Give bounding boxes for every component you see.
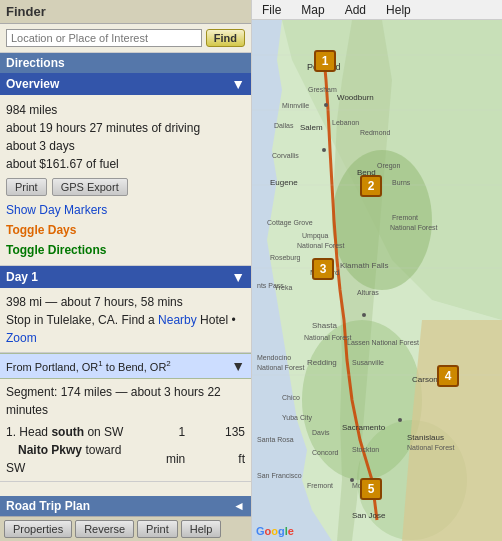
road-trip-bar[interactable]: Road Trip Plan ◄	[0, 496, 251, 516]
svg-text:Sacramento: Sacramento	[342, 423, 386, 432]
day1-content: 398 mi — about 7 hours, 58 mins Stop in …	[0, 288, 251, 353]
print-button[interactable]: Print	[6, 178, 47, 196]
svg-text:Redmond: Redmond	[360, 129, 390, 136]
svg-text:Dallas: Dallas	[274, 122, 294, 129]
toggle-days-row: Toggle Days	[6, 221, 245, 239]
svg-text:Minnville: Minnville	[282, 102, 309, 109]
svg-text:Corvallis: Corvallis	[272, 152, 299, 159]
overview-time: about 19 hours 27 minutes of driving	[6, 119, 245, 137]
finder-header: Finder	[0, 0, 251, 24]
svg-text:Cottage Grove: Cottage Grove	[267, 219, 313, 227]
svg-text:Roseburg: Roseburg	[270, 254, 300, 262]
day1-dropdown-arrow[interactable]: ▼	[231, 269, 245, 285]
reverse-button[interactable]: Reverse	[75, 520, 134, 538]
overview-content: 984 miles about 19 hours 27 minutes of d…	[0, 95, 251, 266]
zoom-link[interactable]: Zoom	[6, 331, 37, 345]
svg-text:Yuba City: Yuba City	[282, 414, 312, 422]
step-num: 1.	[6, 425, 19, 439]
toggle-directions-row: Toggle Directions	[6, 241, 245, 259]
svg-text:Eugene: Eugene	[270, 178, 298, 187]
svg-text:Salem: Salem	[300, 123, 323, 132]
search-bar: Find	[0, 24, 251, 53]
segment-distance: Segment: 174 miles — about 3 hours 22 mi…	[6, 383, 245, 419]
left-panel: Finder Find Directions Overview ▼ 984 mi…	[0, 0, 252, 541]
svg-text:Oregon: Oregon	[377, 162, 400, 170]
svg-text:Fremont: Fremont	[392, 214, 418, 221]
svg-text:Klamath Falls: Klamath Falls	[340, 261, 388, 270]
day1-distance: 398 mi — about 7 hours, 58 mins	[6, 293, 245, 311]
svg-text:Susanville: Susanville	[352, 359, 384, 366]
svg-text:nts Pass: nts Pass	[257, 282, 284, 289]
svg-text:Lebanon: Lebanon	[332, 119, 359, 126]
waypoint-2[interactable]: 2	[360, 175, 382, 197]
overview-days: about 3 days	[6, 137, 245, 155]
svg-text:Fremont: Fremont	[307, 482, 333, 489]
svg-point-9	[324, 103, 328, 107]
overview-fuel: about $161.67 of fuel	[6, 155, 245, 173]
overview-label: Overview	[6, 77, 59, 91]
search-input[interactable]	[6, 29, 202, 47]
naito-pkwy: Naito Pkwy	[6, 443, 82, 457]
nearby-link[interactable]: Nearby	[158, 313, 197, 327]
svg-text:Stockton: Stockton	[352, 446, 379, 453]
finder-title: Finder	[6, 4, 46, 19]
segment-col2: 135	[185, 423, 245, 441]
menu-map[interactable]: Map	[291, 1, 334, 19]
map-menubar: File Map Add Help	[252, 0, 502, 20]
right-panel: File Map Add Help	[252, 0, 502, 541]
waypoint-4[interactable]: 4	[437, 365, 459, 387]
day1-header[interactable]: Day 1 ▼	[0, 266, 251, 288]
gps-export-button[interactable]: GPS Export	[52, 178, 128, 196]
menu-file[interactable]: File	[252, 1, 291, 19]
svg-point-10	[322, 148, 326, 152]
svg-text:National Forest: National Forest	[390, 224, 438, 231]
svg-text:Redding: Redding	[307, 358, 337, 367]
svg-text:Concord: Concord	[312, 449, 339, 456]
svg-text:Shasta: Shasta	[312, 321, 337, 330]
toggle-directions-link[interactable]: Toggle Directions	[6, 243, 106, 257]
map-svg: Portland Gresham Minnville Woodburn Dall…	[252, 20, 502, 541]
content-area: 984 miles about 19 hours 27 minutes of d…	[0, 95, 251, 496]
bottom-toolbar: Properties Reverse Print Help	[0, 516, 251, 541]
from-to-header[interactable]: From Portland, OR1 to Bend, OR2 ▼	[0, 353, 251, 379]
segment-content: Segment: 174 miles — about 3 hours 22 mi…	[0, 379, 251, 482]
svg-text:Woodburn: Woodburn	[337, 93, 374, 102]
toggle-days-link[interactable]: Toggle Days	[6, 223, 76, 237]
show-day-markers-row: Show Day Markers	[6, 201, 245, 219]
overview-bar[interactable]: Overview ▼	[0, 73, 251, 95]
menu-add[interactable]: Add	[335, 1, 376, 19]
svg-text:Santa Rosa: Santa Rosa	[257, 436, 294, 443]
properties-button[interactable]: Properties	[4, 520, 72, 538]
segment-col4: ft	[185, 441, 245, 477]
print-toolbar-button[interactable]: Print	[137, 520, 178, 538]
overview-distance: 984 miles	[6, 101, 245, 119]
overview-dropdown-arrow[interactable]: ▼	[231, 76, 245, 92]
day1-label: Day 1	[6, 270, 38, 284]
from-to-dropdown-arrow[interactable]: ▼	[231, 358, 245, 374]
svg-point-14	[398, 418, 402, 422]
svg-text:Mendocino: Mendocino	[257, 354, 291, 361]
svg-text:National Forest: National Forest	[407, 444, 455, 451]
svg-text:Chico: Chico	[282, 394, 300, 401]
map-area[interactable]: Portland Gresham Minnville Woodburn Dall…	[252, 20, 502, 541]
directions-header: Directions	[0, 53, 251, 73]
waypoint-5[interactable]: 5	[360, 478, 382, 500]
button-row: Print GPS Export	[6, 178, 245, 196]
svg-text:Lassen National Forest: Lassen National Forest	[347, 339, 419, 346]
waypoint-3[interactable]: 3	[312, 258, 334, 280]
svg-text:Burns: Burns	[392, 179, 411, 186]
help-button[interactable]: Help	[181, 520, 222, 538]
svg-point-13	[362, 313, 366, 317]
svg-text:San Francisco: San Francisco	[257, 472, 302, 479]
svg-text:National Forest: National Forest	[257, 364, 305, 371]
show-day-markers-link[interactable]: Show Day Markers	[6, 203, 107, 217]
waypoint-1[interactable]: 1	[314, 50, 336, 72]
segment-col3: min	[137, 441, 185, 477]
find-button[interactable]: Find	[206, 29, 245, 47]
menu-help[interactable]: Help	[376, 1, 421, 19]
segment-col1: 1	[137, 423, 185, 441]
segment-step1: 1. Head south on SW 1 135 Naito Pkwy tow…	[6, 423, 245, 477]
day1-stop: Stop in Tulelake, CA. Find a Nearby Hote…	[6, 311, 245, 347]
road-trip-arrow[interactable]: ◄	[233, 499, 245, 513]
svg-text:Gresham: Gresham	[308, 86, 337, 93]
